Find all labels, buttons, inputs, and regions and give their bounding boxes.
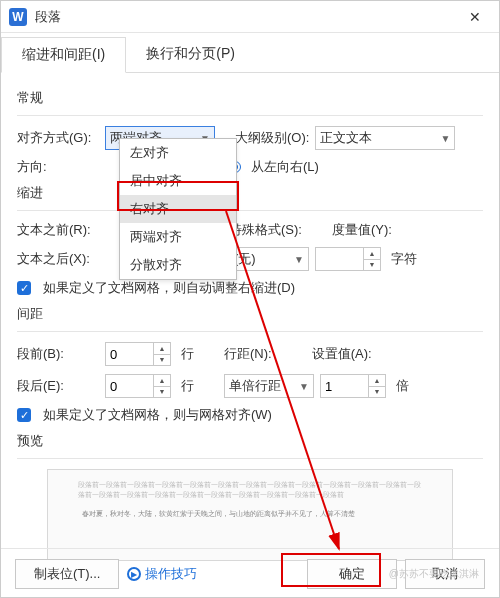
linespace-select[interactable]: 单倍行距▼: [224, 374, 314, 398]
dropdown-item-distributed[interactable]: 分散对齐: [120, 251, 236, 279]
setval-unit: 倍: [396, 377, 409, 395]
space-before-input[interactable]: [105, 342, 153, 366]
section-preview: 预览: [17, 432, 483, 450]
spin-up-icon[interactable]: ▲: [368, 374, 386, 386]
special-format-select[interactable]: (无)▼: [229, 247, 309, 271]
direction-label: 方向:: [17, 158, 99, 176]
measure-input[interactable]: [315, 247, 363, 271]
special-format-label: 特殊格式(S):: [229, 221, 302, 239]
tab-line-page-breaks[interactable]: 换行和分页(P): [126, 37, 255, 72]
indent-grid-label: 如果定义了文档网格，则自动调整右缩进(D): [43, 279, 295, 297]
spin-down-icon[interactable]: ▼: [153, 354, 171, 367]
spacing-grid-checkbox[interactable]: ✓: [17, 408, 31, 422]
indent-grid-checkbox[interactable]: ✓: [17, 281, 31, 295]
direction-ltr-label: 从左向右(L): [251, 158, 319, 176]
setval-spinner[interactable]: ▲▼: [320, 374, 390, 398]
indent-after-label: 文本之后(X):: [17, 250, 99, 268]
section-general: 常规: [17, 89, 483, 107]
tabs-button[interactable]: 制表位(T)...: [15, 559, 119, 589]
window-title: 段落: [35, 8, 459, 26]
space-before-label: 段前(B):: [17, 345, 99, 363]
spin-down-icon[interactable]: ▼: [368, 386, 386, 399]
space-before-spinner[interactable]: ▲▼: [105, 342, 175, 366]
chevron-down-icon: ▼: [440, 133, 450, 144]
outline-select[interactable]: 正文文本▼: [315, 126, 455, 150]
measure-spinner[interactable]: ▲▼: [315, 247, 385, 271]
app-icon: W: [9, 8, 27, 26]
watermark: @苏苏不要吃冰淇淋: [389, 567, 479, 581]
chevron-down-icon: ▼: [299, 381, 309, 392]
space-after-spinner[interactable]: ▲▼: [105, 374, 175, 398]
setval-input[interactable]: [320, 374, 368, 398]
spin-down-icon[interactable]: ▼: [153, 386, 171, 399]
line-unit: 行: [181, 377, 194, 395]
spin-down-icon[interactable]: ▼: [363, 259, 381, 272]
titlebar: W 段落 ✕: [1, 1, 499, 33]
dropdown-item-right[interactable]: 右对齐: [120, 195, 236, 223]
section-spacing: 间距: [17, 305, 483, 323]
close-button[interactable]: ✕: [459, 5, 491, 29]
outline-label: 大纲级别(O):: [235, 129, 309, 147]
space-after-input[interactable]: [105, 374, 153, 398]
ok-button[interactable]: 确定: [307, 559, 397, 589]
measure-label: 度量值(Y):: [332, 221, 392, 239]
measure-unit: 字符: [391, 250, 417, 268]
tab-bar: 缩进和间距(I) 换行和分页(P): [1, 33, 499, 73]
spin-up-icon[interactable]: ▲: [153, 342, 171, 354]
section-indent: 缩进: [17, 184, 483, 202]
dropdown-item-center[interactable]: 居中对齐: [120, 167, 236, 195]
spin-up-icon[interactable]: ▲: [153, 374, 171, 386]
alignment-label: 对齐方式(G):: [17, 129, 99, 147]
tips-link[interactable]: ▶ 操作技巧: [127, 565, 197, 583]
dropdown-item-justify[interactable]: 两端对齐: [120, 223, 236, 251]
dropdown-item-left[interactable]: 左对齐: [120, 139, 236, 167]
chevron-down-icon: ▼: [294, 254, 304, 265]
tab-indent-spacing[interactable]: 缩进和间距(I): [1, 37, 126, 73]
spin-up-icon[interactable]: ▲: [363, 247, 381, 259]
spacing-grid-label: 如果定义了文档网格，则与网格对齐(W): [43, 406, 272, 424]
line-unit: 行: [181, 345, 194, 363]
alignment-dropdown: 左对齐 居中对齐 右对齐 两端对齐 分散对齐: [119, 138, 237, 280]
indent-before-label: 文本之前(R):: [17, 221, 99, 239]
play-icon: ▶: [127, 567, 141, 581]
linespace-label: 行距(N):: [224, 345, 272, 363]
setval-label: 设置值(A):: [312, 345, 372, 363]
space-after-label: 段后(E):: [17, 377, 99, 395]
